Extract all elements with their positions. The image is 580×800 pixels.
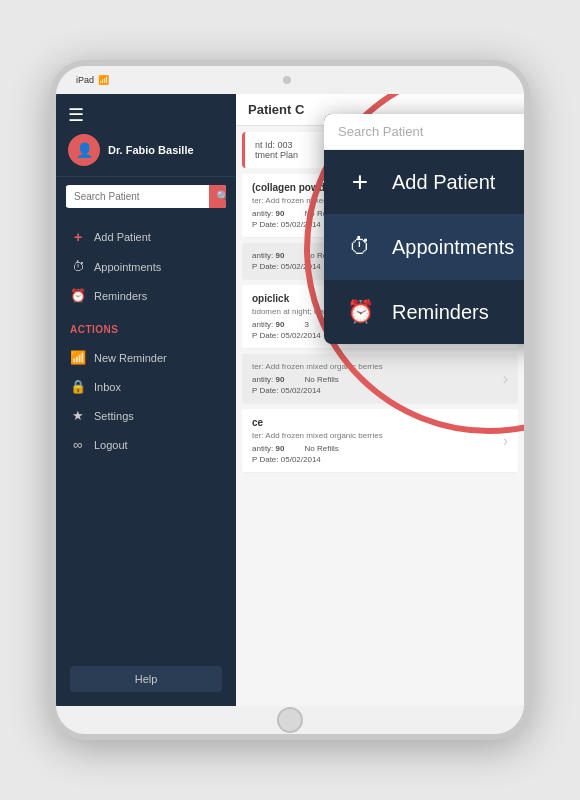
search-button[interactable]: 🔍 bbox=[209, 185, 226, 208]
sidebar-item-reminders[interactable]: ⏰ Reminders bbox=[56, 281, 236, 310]
search-input[interactable] bbox=[66, 186, 209, 207]
dropdown-add-patient-label: Add Patient bbox=[392, 171, 495, 194]
sidebar-header: ☰ 👤 Dr. Fabio Basille bbox=[56, 94, 236, 177]
appointments-label: Appointments bbox=[94, 261, 161, 273]
dropdown-item-reminders[interactable]: ⏰ Reminders bbox=[324, 280, 524, 344]
quantity-label: antity: 90 bbox=[252, 375, 284, 384]
search-box[interactable]: 🔍 bbox=[66, 185, 226, 208]
dropdown-reminders-label: Reminders bbox=[392, 301, 489, 324]
status-left: iPad 📶 bbox=[76, 75, 109, 85]
sidebar-item-add-patient[interactable]: + Add Patient bbox=[56, 222, 236, 252]
sidebar-item-appointments[interactable]: ⏱ Appointments bbox=[56, 252, 236, 281]
home-button[interactable] bbox=[277, 707, 303, 733]
ipad-screen: ☰ 👤 Dr. Fabio Basille 🔍 + Add Patient bbox=[56, 94, 524, 706]
dropdown-appointments-label: Appointments bbox=[392, 236, 514, 259]
main-content: Patient C nt Id: 003 tment Plan (collage… bbox=[236, 94, 524, 706]
settings-label: Settings bbox=[94, 410, 134, 422]
list-item[interactable]: ce ter: Add frozen mixed organic berries… bbox=[242, 409, 518, 473]
ipad-label: iPad bbox=[76, 75, 94, 85]
sidebar-nav: + Add Patient ⏱ Appointments ⏰ Reminders bbox=[56, 216, 236, 316]
prescription-title: ce bbox=[252, 417, 508, 428]
help-button[interactable]: Help bbox=[70, 666, 222, 692]
dropdown-reminders-icon: ⏰ bbox=[342, 294, 378, 330]
inbox-label: Inbox bbox=[94, 381, 121, 393]
logout-label: Logout bbox=[94, 439, 128, 451]
actions-label: ACTIONS bbox=[56, 316, 236, 337]
doctor-info: 👤 Dr. Fabio Basille bbox=[68, 134, 224, 166]
ipad-top-bar: iPad 📶 bbox=[56, 66, 524, 94]
inbox-icon: 🔒 bbox=[70, 379, 86, 394]
ipad-frame: iPad 📶 ☰ 👤 Dr. Fabio Basille 🔍 bbox=[50, 60, 530, 740]
ipad-bottom-bar bbox=[56, 706, 524, 734]
avatar: 👤 bbox=[68, 134, 100, 166]
actions-nav: 📶 New Reminder 🔒 Inbox ★ Settings ∞ Logo… bbox=[56, 337, 236, 465]
refills-label: No Refills bbox=[304, 444, 338, 453]
dropdown-item-add-patient[interactable]: + Add Patient bbox=[324, 150, 524, 215]
list-item[interactable]: ter: Add frozen mixed organic berries an… bbox=[242, 354, 518, 404]
refills-label: 3 bbox=[304, 320, 308, 329]
sidebar: ☰ 👤 Dr. Fabio Basille 🔍 + Add Patient bbox=[56, 94, 236, 706]
device-wrapper: iPad 📶 ☰ 👤 Dr. Fabio Basille 🔍 bbox=[30, 40, 550, 760]
quantity-label: antity: 90 bbox=[252, 251, 284, 260]
add-patient-icon: + bbox=[342, 164, 378, 200]
date-label: P Date: 05/02/2014 bbox=[252, 455, 508, 464]
refills-label: No Refills bbox=[304, 375, 338, 384]
dropdown-search-box[interactable]: Search Patient bbox=[324, 114, 524, 150]
quantity-label: antity: 90 bbox=[252, 209, 284, 218]
reminders-icon: ⏰ bbox=[70, 288, 86, 303]
prescription-details: antity: 90 No Refills bbox=[252, 444, 508, 453]
date-label: P Date: 05/02/2014 bbox=[252, 386, 508, 395]
dropdown-search-placeholder: Search Patient bbox=[338, 124, 423, 139]
settings-icon: ★ bbox=[70, 408, 86, 423]
sidebar-item-logout[interactable]: ∞ Logout bbox=[56, 430, 236, 459]
quantity-label: antity: 90 bbox=[252, 444, 284, 453]
logout-icon: ∞ bbox=[70, 437, 86, 452]
hamburger-icon[interactable]: ☰ bbox=[68, 104, 224, 126]
sidebar-item-new-reminder[interactable]: 📶 New Reminder bbox=[56, 343, 236, 372]
dropdown-panel: Search Patient + Add Patient ⏱ Appointme… bbox=[324, 114, 524, 344]
reminders-label: Reminders bbox=[94, 290, 147, 302]
dropdown-item-appointments[interactable]: ⏱ Appointments bbox=[324, 215, 524, 280]
new-reminder-icon: 📶 bbox=[70, 350, 86, 365]
prescription-sub: ter: Add frozen mixed organic berries bbox=[252, 362, 508, 371]
doctor-name: Dr. Fabio Basille bbox=[108, 144, 194, 156]
prescription-details: antity: 90 No Refills bbox=[252, 375, 508, 384]
sidebar-item-settings[interactable]: ★ Settings bbox=[56, 401, 236, 430]
front-camera bbox=[283, 76, 291, 84]
plus-icon: + bbox=[70, 229, 86, 245]
quantity-label: antity: 90 bbox=[252, 320, 284, 329]
dropdown-appointments-icon: ⏱ bbox=[342, 229, 378, 265]
appointments-icon: ⏱ bbox=[70, 259, 86, 274]
patient-header-label: Patient C bbox=[248, 102, 304, 117]
prescription-sub: ter: Add frozen mixed organic berries bbox=[252, 431, 508, 440]
new-reminder-label: New Reminder bbox=[94, 352, 167, 364]
sidebar-item-inbox[interactable]: 🔒 Inbox bbox=[56, 372, 236, 401]
add-patient-label: Add Patient bbox=[94, 231, 151, 243]
wifi-icon: 📶 bbox=[98, 75, 109, 85]
